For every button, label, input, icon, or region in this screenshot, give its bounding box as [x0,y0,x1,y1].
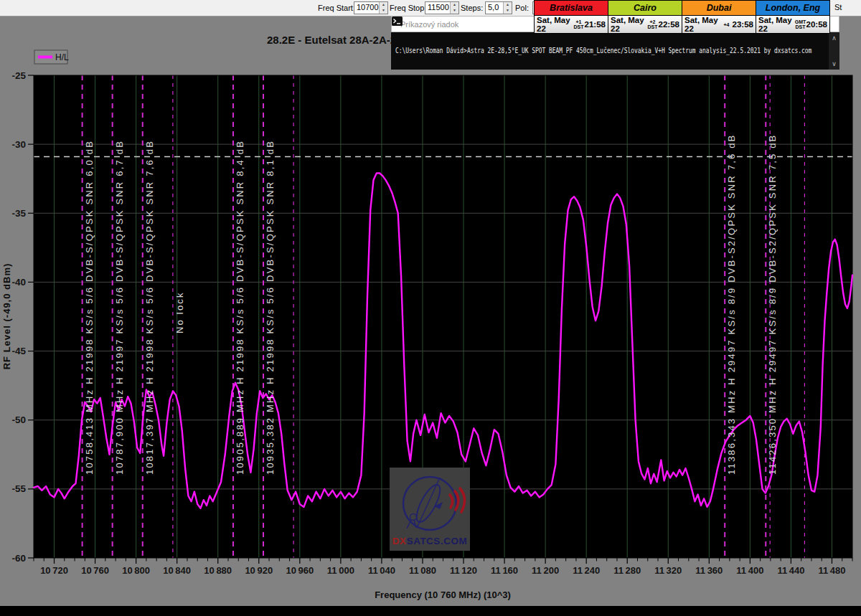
spin-up-icon[interactable]: ▲ [504,2,512,8]
svg-text:11 000: 11 000 [327,565,354,576]
svg-text:10 760: 10 760 [81,565,109,576]
pol-label: Pol: [515,4,529,12]
freq-start-input[interactable]: 10700 ▲▼ [354,1,388,14]
svg-text:11 200: 11 200 [532,565,559,576]
svg-text:10 800: 10 800 [122,565,150,576]
svg-text:11 080: 11 080 [409,565,436,576]
transponder-label: 11426,350 MHz H 29497 KS/s 8/9 DVB-S2/QP… [767,134,778,475]
transponder-label: 10905,889 MHz H 21998 KS/s 5/6 DVB-S/QPS… [235,140,245,475]
transponder-label: 10787,900 MHz H 21997 KS/s 5/6 DVB-S/QPS… [114,140,125,475]
transponder-label: No lock [174,291,185,333]
spin-down-icon[interactable]: ▼ [504,8,512,14]
spectrum-analyzer-chart: 28.2E - Eutelsat 28A-2A-2E-2F (TB H/L 10… [0,0,861,616]
svg-text:11 240: 11 240 [573,565,600,576]
console-scrollbar[interactable]: ∧ ∨ [829,32,839,70]
clock-tz-offset: +2 [650,19,656,24]
clock-london: London, Eng Sat, May 22 GMTDST 20:58 [756,0,830,34]
steps-input[interactable]: 5,0 ▲▼ [485,1,512,14]
spin-up-icon[interactable]: ▲ [380,2,387,8]
svg-text:10 920: 10 920 [245,565,273,576]
console-window: C:\Users\Roman Dávid>Astra 2E-28,5°E_UK … [391,32,839,70]
steps-label: Steps: [461,4,483,12]
svg-text:11 320: 11 320 [654,565,682,576]
clock-date: Sat, May 22 [611,16,646,33]
svg-text:11 120: 11 120 [450,565,477,576]
clock-dst: DST [648,24,658,29]
clock-dst: DST [796,24,806,29]
svg-text:11 280: 11 280 [613,565,641,576]
clock-city: Dubai [682,1,756,16]
clock-city: London, Eng [756,1,829,16]
console-command-text: C:\Users\Roman Dávid>Astra 2E-28,5°E_UK … [395,47,826,55]
dxsatcs-logo: DXSATCS.COM [390,468,470,551]
svg-text:10 880: 10 880 [204,565,232,576]
clock-tz-offset: +4 [724,22,730,27]
legend: H/L [34,50,69,64]
svg-text:-60: -60 [11,553,26,564]
svg-text:-50: -50 [11,414,26,425]
svg-text:11 440: 11 440 [777,565,804,576]
logo-text: DXSATCS.COM [392,536,467,546]
svg-text:10 840: 10 840 [163,565,191,576]
cmd-icon [392,16,403,26]
clock-dubai: Dubai Sat, May 22 +4 23:58 [682,0,756,34]
clock-bratislava: Bratislava Sat, May 22 +1DST 21:58 [534,0,608,34]
freq-stop-label: Freq Stop: [390,4,426,12]
clock-dst: DST [574,24,584,29]
scroll-up-icon[interactable]: ∧ [829,34,839,42]
svg-text:-35: -35 [11,208,26,219]
svg-text:-30: -30 [11,139,26,150]
clock-time-value: 22:58 [659,20,679,29]
transponder-label: 10935,382 MHz H 21998 KS/s 5/6 DVB-S/QPS… [265,140,276,475]
freq-stop-input[interactable]: 11500 ▲▼ [425,1,459,14]
clock-time-value: 23:58 [733,20,753,29]
svg-text:-55: -55 [11,483,26,494]
svg-text:-25: -25 [11,70,26,81]
svg-text:-40: -40 [11,277,26,288]
legend-label: H/L [55,52,69,62]
clock-tz-offset: +1 [576,19,582,24]
svg-text:11 360: 11 360 [695,565,723,576]
world-clocks: Bratislava Sat, May 22 +1DST 21:58 Cairo… [535,0,830,33]
clock-city: Cairo [608,1,682,16]
svg-text:11 160: 11 160 [491,565,518,576]
clock-date: Sat, May 22 [537,16,573,33]
scroll-down-icon[interactable]: ∨ [829,60,839,67]
spin-down-icon[interactable]: ▼ [380,8,387,14]
cmd-taskbar-label: Príkazový riadok [400,20,458,29]
clock-time-value: 20:58 [806,20,827,29]
svg-text:10 960: 10 960 [286,565,314,576]
x-axis-title: Frequency (10 760 MHz) (10^3) [375,589,511,600]
svg-text:11 400: 11 400 [736,565,763,576]
transponder-label: 10758,413 MHz H 21998 KS/s 5/6 DVB-S/QPS… [84,140,95,475]
clock-time-value: 21:58 [585,20,606,29]
svg-text:10 720: 10 720 [40,565,68,576]
clock-city: Bratislava [535,1,608,16]
clock-date: Sat, May 22 [758,16,794,33]
spin-down-icon[interactable]: ▼ [451,8,458,14]
freq-start-label: Freq Start: [318,4,355,12]
svg-text:11 040: 11 040 [368,565,395,576]
clock-date: Sat, May 22 [684,16,720,33]
clock-cairo: Cairo Sat, May 22 +2DST 22:58 [608,0,682,34]
clock-tz-offset: GMT [795,19,806,24]
y-axis-title: RF Level (-49,0 dBm) [1,263,12,370]
svg-text:11 480: 11 480 [818,565,845,576]
spin-up-icon[interactable]: ▲ [451,2,458,8]
transponder-label: 11386,343 MHz H 29497 KS/s 8/9 DVB-S2/QP… [726,134,737,475]
svg-text:-45: -45 [11,346,26,356]
transponder-label: 10817,397 MHz H 21998 KS/s 5/6 DVB-S/QPS… [144,140,155,475]
clipped-right-text: St [834,3,842,11]
